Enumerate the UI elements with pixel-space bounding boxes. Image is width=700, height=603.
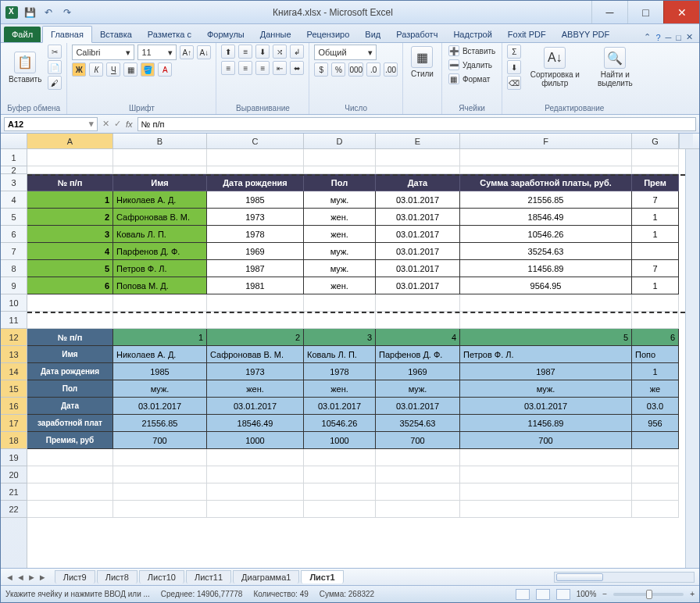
cell[interactable]: 03.01.2017 (304, 398, 376, 415)
ribbon-minimize-icon[interactable]: ⌃ (644, 32, 651, 42)
col-header-D[interactable]: D (304, 134, 376, 148)
cell[interactable]: 1987 (460, 363, 632, 380)
find-select-button[interactable]: 🔍 Найти и выделить (588, 45, 641, 89)
dec-dec-button[interactable]: .00 (384, 62, 398, 77)
sheet-tab-Лист9[interactable]: Лист9 (55, 570, 95, 583)
cell[interactable]: 03.01.2017 (376, 226, 460, 243)
cell[interactable]: жен. (304, 380, 376, 398)
pagebreak-view-button[interactable] (556, 589, 570, 600)
cell[interactable] (27, 483, 113, 501)
cell[interactable] (376, 294, 460, 312)
cell[interactable]: Пол (304, 174, 376, 191)
row-header-4[interactable]: 4 (1, 191, 27, 209)
cell[interactable] (113, 294, 207, 312)
cell[interactable] (632, 149, 679, 166)
cell[interactable]: 7 (632, 260, 679, 277)
cell[interactable]: 03.01.2017 (376, 191, 460, 209)
cell[interactable] (632, 432, 679, 449)
cell[interactable] (304, 483, 376, 501)
cell[interactable]: муж. (113, 380, 207, 398)
cell[interactable]: 5 (460, 329, 632, 346)
cell[interactable] (304, 294, 376, 312)
row-header-6[interactable]: 6 (1, 226, 27, 243)
comma-button[interactable]: 000 (348, 62, 363, 77)
cell[interactable]: 03.01.2017 (376, 398, 460, 415)
cell[interactable]: Имя (27, 346, 113, 363)
col-header-F[interactable]: F (460, 134, 632, 148)
italic-button[interactable]: К (89, 62, 103, 77)
cell[interactable]: 7 (632, 191, 679, 209)
cell[interactable] (27, 294, 113, 312)
cell[interactable] (304, 501, 376, 518)
cell[interactable]: 1 (632, 277, 679, 294)
cell[interactable] (27, 149, 113, 166)
cell[interactable]: 1000 (207, 432, 304, 449)
cells-container[interactable]: № п/пИмяДата рожденияПолДатаСумма зарабо… (27, 149, 685, 568)
cells-insert-button[interactable]: ➕Вставить (447, 45, 497, 57)
sheet-tab-Лист1[interactable]: Лист1 (301, 570, 343, 583)
cell[interactable] (304, 449, 376, 466)
doc-max-icon[interactable]: □ (676, 33, 681, 42)
cell[interactable]: 03.01.2017 (460, 398, 632, 415)
cell[interactable] (304, 149, 376, 166)
cell[interactable]: 1978 (207, 226, 304, 243)
border-button[interactable]: ▦ (123, 62, 138, 77)
undo-button[interactable]: ↶ (41, 5, 55, 20)
maximize-button[interactable]: □ (627, 1, 663, 23)
normal-view-button[interactable] (516, 589, 530, 600)
cell[interactable] (207, 483, 304, 501)
doc-min-icon[interactable]: ─ (666, 33, 672, 42)
cell[interactable]: 1973 (207, 363, 304, 380)
cell[interactable]: 1969 (207, 243, 304, 260)
cell[interactable]: Сафроновав В. М. (113, 209, 207, 226)
row-header-10[interactable]: 10 (1, 294, 27, 312)
zoom-out-button[interactable]: − (602, 590, 607, 598)
row-header-14[interactable]: 14 (1, 363, 27, 380)
cell[interactable]: 1985 (207, 191, 304, 209)
cell[interactable]: Попо (632, 346, 679, 363)
cell[interactable]: 3 (27, 226, 113, 243)
underline-button[interactable]: Ч (106, 62, 120, 77)
cell[interactable] (207, 149, 304, 166)
cut-button[interactable]: ✂ (48, 45, 62, 59)
clear-button[interactable]: ⌫ (507, 76, 521, 90)
cell[interactable]: Николаев А. Д. (113, 346, 207, 363)
cell[interactable]: Коваль Л. П. (304, 346, 376, 363)
tab-foxit[interactable]: Foxit PDF (500, 27, 554, 42)
cell[interactable] (376, 466, 460, 483)
cell[interactable] (632, 294, 679, 312)
cell[interactable] (113, 312, 207, 329)
cell[interactable]: 956 (632, 415, 679, 432)
cell[interactable]: Коваль Л. П. (113, 226, 207, 243)
formula-input[interactable]: № п/п (138, 117, 696, 131)
save-button[interactable]: 💾 (23, 5, 37, 20)
zoom-in-button[interactable]: + (690, 590, 695, 598)
col-header-E[interactable]: E (376, 134, 460, 148)
row-header-13[interactable]: 13 (1, 346, 27, 363)
cell[interactable] (304, 466, 376, 483)
enter-icon[interactable]: ✓ (114, 119, 121, 129)
align-left-button[interactable]: ≡ (221, 61, 235, 75)
cell[interactable]: Парфенов Д. Ф. (113, 243, 207, 260)
tab-review[interactable]: Рецензиро (299, 27, 358, 42)
cell[interactable]: Парфенов Д. Ф. (376, 346, 460, 363)
cell[interactable] (460, 501, 632, 518)
tab-abbyy[interactable]: ABBYY PDF (554, 27, 618, 42)
cell[interactable] (27, 449, 113, 466)
cell[interactable] (376, 483, 460, 501)
tab-view[interactable]: Вид (357, 27, 388, 42)
sheet-nav-arrows[interactable]: ◄ ◄ ► ► (5, 573, 53, 582)
row-header-12[interactable]: 12 (1, 329, 27, 346)
cell[interactable]: 1987 (207, 260, 304, 277)
cell[interactable]: 6 (632, 329, 679, 346)
sheet-tab-Лист10[interactable]: Лист10 (139, 570, 184, 583)
cell[interactable]: 6 (27, 277, 113, 294)
shrink-font-button[interactable]: A↓ (197, 45, 211, 59)
number-format-combo[interactable]: Общий▾ (314, 45, 377, 60)
cell[interactable]: Петров Ф. Л. (113, 260, 207, 277)
align-center-button[interactable]: ≡ (238, 61, 252, 75)
cell[interactable] (113, 449, 207, 466)
merge-button[interactable]: ⬌ (290, 61, 304, 75)
cell[interactable]: жен. (304, 277, 376, 294)
cell[interactable]: 1000 (304, 432, 376, 449)
